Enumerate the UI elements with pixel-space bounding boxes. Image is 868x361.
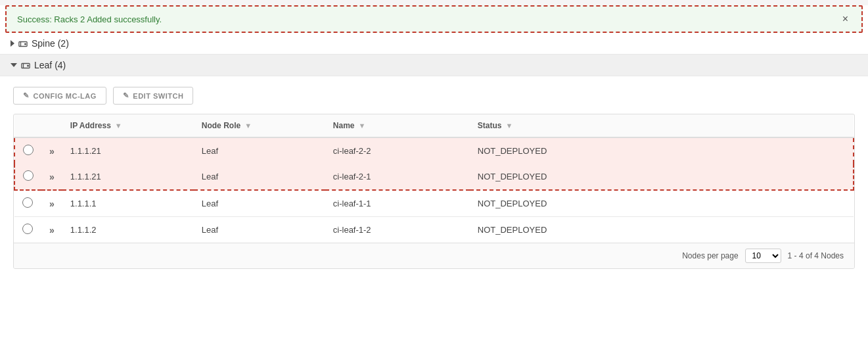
leaf-device-icon [21, 60, 30, 70]
th-checkbox [14, 114, 41, 137]
table-wrapper: IP Address ▼ Node Role ▼ [13, 114, 855, 269]
row-expand-icon[interactable]: » [49, 172, 55, 182]
page-container: Success: Racks 2 Added successfully. × S… [0, 5, 868, 361]
row-role: Leaf [194, 137, 325, 164]
row-radio[interactable] [23, 145, 34, 155]
th-ip-label: IP Address [70, 121, 111, 130]
row-checkbox-cell [14, 190, 41, 217]
th-role-label: Node Role [202, 121, 240, 130]
ip-filter-icon[interactable]: ▼ [115, 122, 122, 130]
content-area: ✎ CONFIG MC-LAG ✎ EDIT SWITCH IP Address [0, 76, 868, 279]
th-status-label: Status [478, 121, 502, 130]
spine-device-icon [18, 38, 28, 49]
toolbar: ✎ CONFIG MC-LAG ✎ EDIT SWITCH [13, 87, 855, 105]
close-button[interactable]: × [840, 13, 851, 25]
row-status: NOT_DEPLOYED [470, 137, 854, 164]
pencil-icon-2: ✎ [123, 91, 129, 100]
table-body: » 1.1.1.21 Leaf ci-leaf-2-2 NOT_DEPLOYED… [14, 137, 854, 243]
spine-toggle-icon [11, 40, 14, 47]
row-name: ci-leaf-2-1 [325, 164, 470, 190]
row-radio[interactable] [22, 224, 33, 234]
config-mc-lag-button[interactable]: ✎ CONFIG MC-LAG [13, 87, 106, 105]
nodes-table: IP Address ▼ Node Role ▼ [14, 114, 854, 243]
row-expand-icon[interactable]: » [49, 225, 55, 235]
row-checkbox-cell [14, 137, 41, 164]
row-expand-cell: » [41, 137, 62, 164]
row-expand-icon[interactable]: » [49, 199, 55, 209]
config-mc-lag-label: CONFIG MC-LAG [34, 92, 97, 100]
spine-label: Spine (2) [32, 38, 69, 49]
row-expand-cell: » [41, 217, 62, 243]
nodes-per-page-label: Nodes per page [682, 251, 738, 260]
spine-group-row[interactable]: Spine (2) [0, 33, 868, 55]
row-role: Leaf [194, 164, 325, 190]
pagination-info: 1 - 4 of 4 Nodes [788, 251, 844, 260]
leaf-group-row[interactable]: Leaf (4) [0, 55, 868, 76]
name-filter-icon[interactable]: ▼ [358, 122, 365, 130]
table-row: » 1.1.1.21 Leaf ci-leaf-2-2 NOT_DEPLOYED [14, 137, 854, 164]
row-radio[interactable] [22, 197, 33, 208]
svg-point-2 [25, 43, 26, 45]
th-ip: IP Address ▼ [62, 114, 194, 137]
row-name: ci-leaf-2-2 [325, 137, 470, 164]
table-row: » 1.1.1.21 Leaf ci-leaf-2-1 NOT_DEPLOYED [14, 164, 854, 190]
role-filter-icon[interactable]: ▼ [244, 122, 252, 130]
row-name: ci-leaf-1-2 [325, 217, 470, 243]
leaf-label: Leaf (4) [34, 60, 66, 70]
pencil-icon-1: ✎ [23, 91, 30, 100]
svg-point-5 [28, 65, 29, 66]
per-page-select[interactable]: 10 25 50 100 [745, 249, 781, 263]
row-checkbox-cell [14, 164, 41, 190]
row-ip: 1.1.1.21 [62, 137, 194, 164]
row-expand-icon[interactable]: » [49, 146, 55, 156]
table-header-row: IP Address ▼ Node Role ▼ [14, 114, 854, 137]
leaf-toggle-icon [11, 63, 17, 67]
row-status: NOT_DEPLOYED [470, 217, 854, 243]
th-expand [41, 114, 62, 137]
row-radio[interactable] [23, 170, 34, 181]
row-role: Leaf [194, 217, 325, 243]
th-role: Node Role ▼ [194, 114, 325, 137]
th-name: Name ▼ [325, 114, 470, 137]
row-name: ci-leaf-1-1 [325, 190, 470, 217]
row-expand-cell: » [41, 164, 62, 190]
edit-switch-button[interactable]: ✎ EDIT SWITCH [113, 87, 194, 105]
table-footer: Nodes per page 10 25 50 100 1 - 4 of 4 N… [14, 243, 854, 268]
table-row: » 1.1.1.2 Leaf ci-leaf-1-2 NOT_DEPLOYED [14, 217, 854, 243]
row-status: NOT_DEPLOYED [470, 190, 854, 217]
tree-section: Spine (2) Leaf (4) [0, 33, 868, 76]
edit-switch-label: EDIT SWITCH [133, 92, 183, 100]
row-checkbox-cell [14, 217, 41, 243]
row-ip: 1.1.1.2 [62, 217, 194, 243]
status-filter-icon[interactable]: ▼ [505, 122, 513, 130]
row-ip: 1.1.1.1 [62, 190, 194, 217]
row-expand-cell: » [41, 190, 62, 217]
row-status: NOT_DEPLOYED [470, 164, 854, 190]
th-status: Status ▼ [470, 114, 854, 137]
row-ip: 1.1.1.21 [62, 164, 194, 190]
row-role: Leaf [194, 190, 325, 217]
th-name-label: Name [333, 121, 355, 130]
success-banner: Success: Racks 2 Added successfully. × [5, 5, 863, 33]
table-row: » 1.1.1.1 Leaf ci-leaf-1-1 NOT_DEPLOYED [14, 190, 854, 217]
success-message: Success: Racks 2 Added successfully. [17, 14, 162, 24]
